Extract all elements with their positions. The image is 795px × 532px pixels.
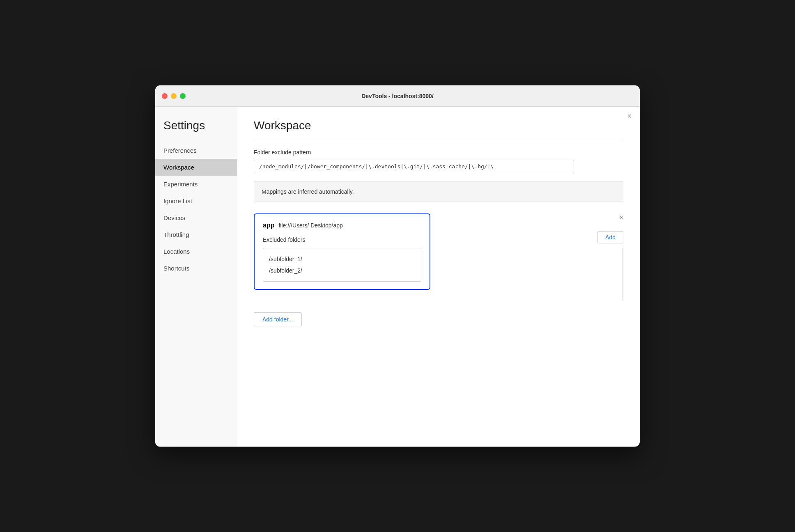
window-controls [162,93,186,99]
mappings-info-text: Mappings are inferred automatically. [262,188,354,195]
window-body: Settings Preferences Workspace Experimen… [155,107,640,447]
sidebar-item-shortcuts[interactable]: Shortcuts [155,260,237,277]
page-title: Workspace [254,119,623,132]
devtools-window: DevTools - localhost:8000/ Settings Pref… [155,85,640,447]
folder-exclude-label: Folder exclude pattern [254,149,623,156]
sidebar-item-ignore-list[interactable]: Ignore List [155,193,237,209]
main-content: × Workspace Folder exclude pattern Mappi… [237,107,640,447]
folder-area: app file:///Users/ Desktop/app Excluded … [254,213,623,301]
sidebar-item-devices[interactable]: Devices [155,209,237,226]
folder-name: app [263,222,274,229]
subfolder-item: /subfolder_2/ [269,265,415,276]
subfolders-box: /subfolder_1/ /subfolder_2/ [263,248,421,282]
close-settings-button[interactable]: × [627,112,632,120]
sidebar-item-workspace[interactable]: Workspace [155,159,237,176]
sidebar-item-locations[interactable]: Locations [155,243,237,260]
excluded-folders-label: Excluded folders [263,236,421,243]
minimize-window-button[interactable] [171,93,177,99]
mappings-info-box: Mappings are inferred automatically. [254,181,623,202]
window-title: DevTools - localhost:8000/ [361,93,434,99]
folder-remove-button[interactable]: × [619,213,623,222]
close-window-button[interactable] [162,93,168,99]
subfolder-item: /subfolder_1/ [269,253,415,265]
folder-card: app file:///Users/ Desktop/app Excluded … [254,213,430,290]
sidebar-item-preferences[interactable]: Preferences [155,142,237,159]
sidebar-item-experiments[interactable]: Experiments [155,176,237,193]
title-divider [254,139,623,139]
sidebar-heading: Settings [155,115,237,142]
add-folder-button[interactable]: Add folder... [254,312,302,326]
folder-exclude-input[interactable] [254,160,574,173]
maximize-window-button[interactable] [180,93,186,99]
titlebar: DevTools - localhost:8000/ [155,85,640,107]
sidebar: Settings Preferences Workspace Experimen… [155,107,237,447]
folder-header: app file:///Users/ Desktop/app [263,222,421,229]
folder-path: file:///Users/ Desktop/app [278,222,342,229]
sidebar-item-throttling[interactable]: Throttling [155,226,237,243]
empty-mappings-zone [623,248,623,301]
add-excluded-folder-button[interactable]: Add [597,231,623,243]
